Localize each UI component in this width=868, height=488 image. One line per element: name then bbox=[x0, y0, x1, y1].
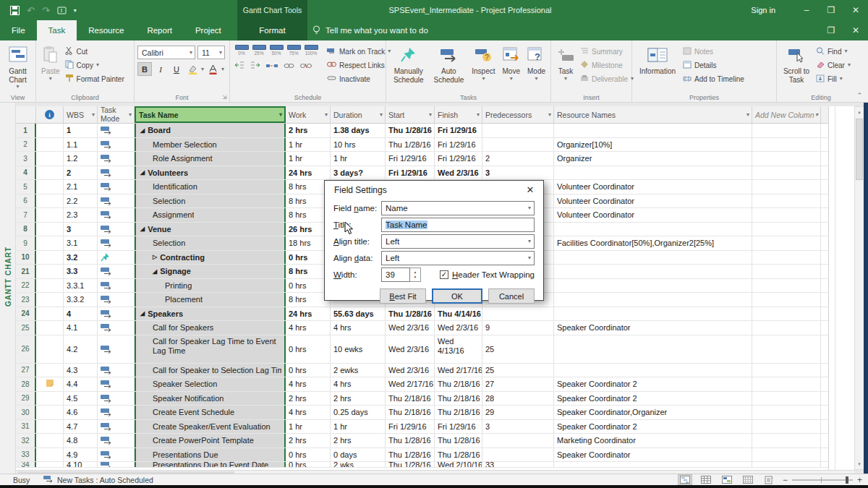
width-input[interactable]: 39 bbox=[381, 267, 410, 282]
auto-schedule-button[interactable]: Auto Schedule bbox=[430, 43, 467, 92]
task-row-34[interactable]: 344.10Presentations Due to Event Date0 h… bbox=[16, 462, 828, 468]
touch-mode-icon[interactable] bbox=[57, 6, 67, 15]
collapse-triangle-icon[interactable]: ◢ bbox=[140, 169, 145, 176]
task-row-31[interactable]: 314.7Create Speaker/Event Evaluation1 hr… bbox=[16, 420, 828, 435]
task-row-3[interactable]: 31.2Role Assignment1 hr1 hrFri 1/29/16Fr… bbox=[16, 152, 828, 166]
task-row-24[interactable]: 244◢Speakers24 hrs55.63 daysThu 1/28/16T… bbox=[16, 307, 828, 322]
column-header-add-new-column[interactable]: Add New Column▾ bbox=[752, 106, 821, 123]
font-size-combo[interactable]: 11▾ bbox=[197, 46, 225, 59]
expand-triangle-icon[interactable]: ▷ bbox=[153, 254, 157, 260]
resource-sheet-view-switch[interactable] bbox=[741, 474, 755, 485]
sign-in-link[interactable]: Sign in bbox=[744, 6, 794, 14]
details-button[interactable]: Details bbox=[683, 59, 744, 71]
scroll-to-task-button[interactable]: Scroll to Task bbox=[780, 43, 813, 92]
cancel-button[interactable]: Cancel bbox=[488, 288, 535, 304]
task-row-33[interactable]: 334.9Presentations Due0 hrs0 daysThu 1/2… bbox=[16, 448, 828, 463]
fill-button[interactable]: Fill▾ bbox=[816, 73, 851, 85]
outdent-task-icon[interactable] bbox=[234, 59, 244, 72]
inactivate-button[interactable]: Inactivate bbox=[327, 73, 391, 85]
close-button[interactable]: ✕ bbox=[843, 0, 868, 20]
collapse-ribbon-icon[interactable]: ⌃ bbox=[856, 92, 862, 99]
column-header-finish[interactable]: Finish▾ bbox=[435, 106, 482, 123]
new-tasks-mode-button[interactable]: New Tasks : Auto Scheduled bbox=[43, 475, 153, 484]
collapse-triangle-icon[interactable]: ◢ bbox=[153, 268, 157, 275]
select-all-corner[interactable] bbox=[16, 106, 36, 123]
percent-75%-button[interactable]: 75% bbox=[285, 45, 302, 56]
task-row-27[interactable]: 274.3Call for Speaker to Selection Lag T… bbox=[16, 364, 828, 378]
font-color-dropdown[interactable]: ▾ bbox=[221, 67, 224, 72]
task-row-30[interactable]: 304.6Create Event Schedule4 hrs0.25 days… bbox=[16, 406, 828, 420]
copy-button[interactable]: Copy▾ bbox=[65, 59, 124, 71]
font-name-combo[interactable]: Calibri▾ bbox=[137, 46, 195, 59]
tab-task[interactable]: Task bbox=[37, 20, 77, 40]
background-color-button[interactable] bbox=[185, 62, 200, 76]
percent-25%-button[interactable]: 25% bbox=[250, 45, 268, 56]
ok-button[interactable]: OK bbox=[432, 288, 482, 304]
save-icon[interactable] bbox=[10, 6, 20, 15]
scroll-up-icon[interactable]: ▴ bbox=[855, 107, 864, 117]
collapse-triangle-icon[interactable]: ◢ bbox=[140, 127, 145, 134]
best-fit-button[interactable]: Best Fit bbox=[380, 288, 426, 304]
mark-on-track-button[interactable]: Mark on Track▾ bbox=[327, 46, 391, 57]
insert-summary-button[interactable]: Summary bbox=[580, 46, 634, 57]
tab-file[interactable]: File bbox=[0, 20, 37, 40]
font-color-button[interactable] bbox=[205, 62, 220, 76]
task-row-29[interactable]: 294.5Speaker Notification2 hrs2 hrsThu 2… bbox=[16, 392, 828, 406]
column-header-duration[interactable]: Duration▾ bbox=[331, 106, 386, 123]
link-tasks-icon[interactable] bbox=[284, 59, 294, 72]
minimize-button[interactable]: – bbox=[794, 0, 819, 20]
unlink-tasks-icon[interactable] bbox=[300, 59, 312, 72]
bold-button[interactable]: B bbox=[137, 62, 152, 76]
width-stepper[interactable]: ▴▾ bbox=[410, 267, 421, 282]
task-row-25[interactable]: 254.1Call for Speakers4 hrs4 hrsWed 2/3/… bbox=[16, 321, 828, 335]
field-name-select[interactable]: Name▾ bbox=[381, 201, 535, 215]
task-row-1[interactable]: 11◢Board2 hrs1.38 daysThu 1/28/16Fri 1/2… bbox=[16, 124, 828, 138]
team-planner-view-switch[interactable] bbox=[720, 474, 734, 485]
tab-format[interactable]: Format bbox=[237, 20, 307, 40]
move-button[interactable]: Move▾ bbox=[501, 43, 522, 92]
redo-icon[interactable]: ↷ bbox=[42, 5, 50, 16]
collapse-triangle-icon[interactable]: ◢ bbox=[140, 310, 145, 317]
task-usage-view-switch[interactable] bbox=[699, 474, 713, 485]
zoom-out-button[interactable]: − bbox=[783, 475, 788, 485]
task-row-4[interactable]: 42◢Volunteers24 hrs3 days?Fri 1/29/16Wed… bbox=[16, 166, 828, 181]
italic-button[interactable]: I bbox=[153, 62, 168, 76]
info-column-header[interactable]: i bbox=[36, 106, 64, 123]
column-header-work[interactable]: Work▾ bbox=[286, 106, 331, 123]
column-header-task-name[interactable]: Task Name▾ bbox=[135, 106, 286, 123]
gantt-chart-view-switch[interactable] bbox=[678, 474, 692, 485]
find-button[interactable]: Find▾ bbox=[816, 46, 851, 57]
column-header-wbs[interactable]: WBS▾ bbox=[64, 106, 98, 123]
information-button[interactable]: Information bbox=[635, 43, 680, 92]
inspect-button[interactable]: ? Inspect▾ bbox=[469, 43, 497, 92]
align-title-select[interactable]: Left▾ bbox=[381, 234, 535, 249]
background-color-dropdown[interactable]: ▾ bbox=[201, 67, 204, 72]
split-task-icon[interactable] bbox=[266, 59, 278, 72]
column-header-task-mode[interactable]: Task Mode▾ bbox=[98, 106, 135, 123]
insert-task-button[interactable]: Task▾ bbox=[554, 43, 577, 92]
insert-milestone-button[interactable]: Milestone bbox=[580, 59, 634, 71]
manually-schedule-button[interactable]: Manually Schedule bbox=[389, 43, 427, 92]
task-row-2[interactable]: 21.1Member Selection1 hr10 hrsThu 1/28/1… bbox=[16, 138, 828, 153]
task-row-28[interactable]: 284.4Speaker Selection4 hrs4 hrsWed 2/17… bbox=[16, 377, 828, 392]
underline-button[interactable]: U bbox=[169, 62, 184, 76]
document-close-button[interactable]: ✕ bbox=[843, 20, 868, 40]
zoom-in-button[interactable]: + bbox=[857, 475, 862, 485]
clear-button[interactable]: Clear▾ bbox=[816, 59, 851, 71]
dialog-close-icon[interactable]: ✕ bbox=[524, 184, 537, 195]
column-header-start[interactable]: Start▾ bbox=[386, 106, 435, 123]
column-header-predecessors[interactable]: Predecessors▾ bbox=[482, 106, 554, 123]
respect-links-button[interactable]: Respect Links bbox=[327, 59, 391, 71]
cut-button[interactable]: Cut bbox=[65, 46, 124, 57]
document-restore-button[interactable]: ❐ bbox=[819, 20, 843, 40]
column-header-resource-names[interactable]: Resource Names▾ bbox=[554, 106, 752, 123]
collapse-triangle-icon[interactable]: ◢ bbox=[140, 226, 145, 232]
align-data-select[interactable]: Left▾ bbox=[381, 251, 535, 265]
percent-100%-button[interactable]: 100% bbox=[302, 45, 320, 56]
report-view-switch[interactable] bbox=[762, 474, 776, 485]
percent-0%-button[interactable]: 0% bbox=[233, 45, 250, 56]
vertical-scrollbar[interactable]: ▴ ▾ bbox=[854, 106, 864, 470]
mode-button[interactable]: ? Mode▾ bbox=[525, 43, 548, 92]
add-to-timeline-button[interactable]: Add to Timeline bbox=[683, 73, 744, 85]
restore-button[interactable]: ❐ bbox=[819, 0, 843, 20]
